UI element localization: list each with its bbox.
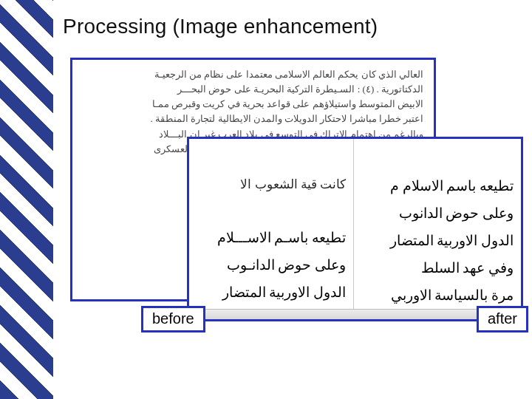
before-label: before <box>141 306 205 332</box>
after-label: after <box>477 306 528 332</box>
slide-content: Processing (Image enhancement) العالي ال… <box>63 0 532 399</box>
after-left-text: تطيعه باسـم الاســـلام وعلى حوض الدانـوب… <box>192 224 346 321</box>
after-column-right: تطيعه باسم الاسلام م وعلى حوض الدانوب ال… <box>354 139 521 319</box>
after-right-text: تطيعه باسم الاسلام م وعلى حوض الدانوب ال… <box>360 172 514 321</box>
horizontal-scrollbar[interactable] <box>189 309 521 319</box>
page-title: Processing (Image enhancement) <box>63 15 378 38</box>
after-column-left: كانت قية الشعوب الا تطيعه باسـم الاســـل… <box>189 139 354 319</box>
after-left-heading: كانت قية الشعوب الا <box>192 172 346 197</box>
decorative-sidebar <box>0 0 53 399</box>
after-panel: كانت قية الشعوب الا تطيعه باسـم الاســـل… <box>187 137 523 321</box>
